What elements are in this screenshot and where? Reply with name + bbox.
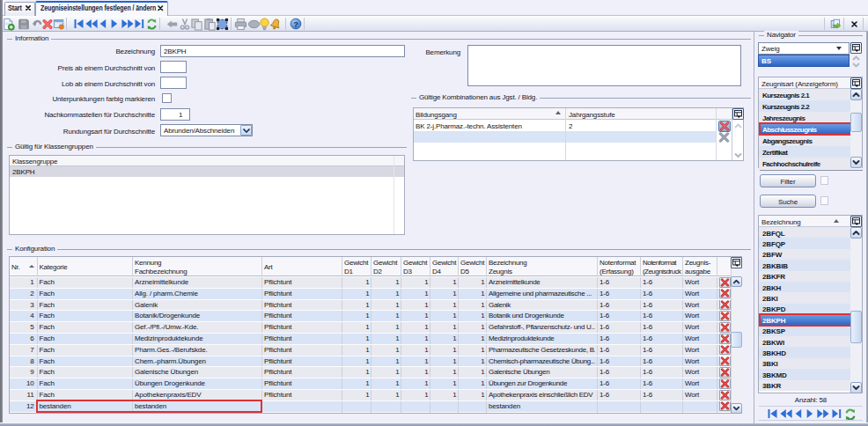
svg-text:?: ?	[293, 20, 298, 29]
